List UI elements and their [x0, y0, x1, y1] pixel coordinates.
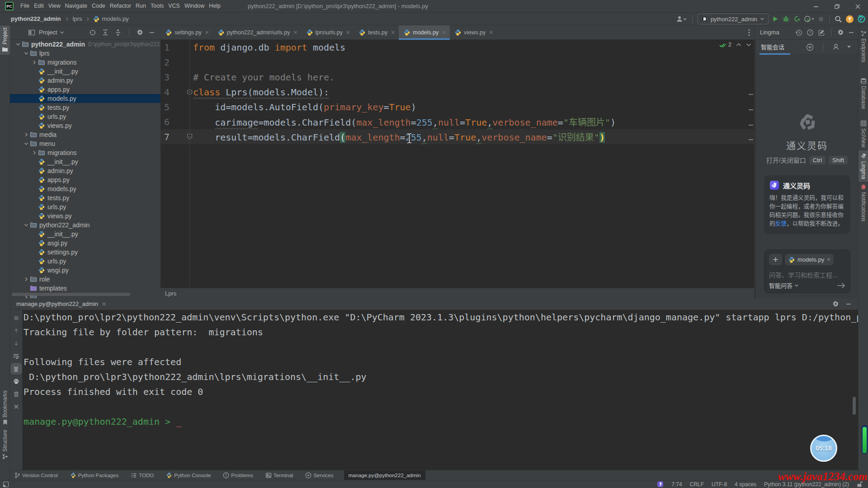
chat-input-placeholder[interactable]: 问答、学习和检索工程... [769, 270, 845, 279]
bottom-bar-terminal[interactable]: Terminal [264, 470, 295, 480]
gear-icon[interactable] [137, 29, 143, 36]
stop-button[interactable] [11, 313, 21, 323]
tree-item-urls.py[interactable]: urls.py [10, 112, 160, 121]
editor-tab-python222_admin-urls.py[interactable]: python222_admin\urls.py✕ [213, 25, 302, 40]
code-line-2[interactable]: 2 [160, 55, 754, 70]
chevron-right-icon[interactable] [31, 150, 38, 155]
menu-help[interactable]: Help [207, 0, 223, 12]
tool-stripe-database[interactable]: Database [859, 75, 868, 111]
tree-item-urls.py[interactable]: urls.py [10, 257, 160, 266]
lingma-input-box[interactable]: models.py ✕ 问答、学习和检索工程... 智能问答 [764, 249, 850, 293]
status-caret-position[interactable]: 7:74 [671, 481, 682, 488]
editor-tab-models.py[interactable]: models.py✕ [399, 25, 450, 40]
dropdown-arrow-icon[interactable] [847, 45, 851, 49]
chevron-right-icon[interactable] [23, 132, 30, 137]
chevron-right-icon[interactable] [23, 277, 30, 282]
fold-marker-icon[interactable] [170, 84, 189, 99]
tree-item-views.py[interactable]: views.py [10, 211, 160, 221]
close-tab-icon[interactable]: ✕ [489, 29, 493, 36]
status-line-separator[interactable]: CRLF [690, 481, 704, 488]
tree-item-settings.py[interactable]: settings.py [10, 248, 160, 257]
collapse-all-button[interactable] [114, 29, 122, 36]
menu-edit[interactable]: Edit [32, 0, 46, 12]
down-stack-trace-button[interactable] [11, 338, 21, 348]
add-chat-icon[interactable] [806, 43, 814, 51]
editor-tab-views.py[interactable]: views.py✕ [450, 25, 497, 40]
hide-panel-button[interactable] [848, 29, 854, 36]
error-stripe-mark[interactable] [749, 139, 753, 140]
tree-item-models.py[interactable]: models.py [10, 94, 160, 103]
help-icon[interactable]: ? [807, 29, 814, 36]
update-plugin-icon[interactable] [845, 15, 854, 23]
chevron-down-icon[interactable] [23, 141, 30, 146]
next-problem-icon[interactable] [746, 43, 751, 47]
restore-button[interactable] [826, 0, 847, 13]
code-editor[interactable]: 1from django.db import models23# Create … [160, 40, 754, 288]
close-console-button[interactable] [11, 402, 21, 412]
chevron-right-icon[interactable] [31, 60, 38, 65]
coverage-button[interactable] [793, 15, 801, 23]
code-line-7[interactable]: 7 result=models.CharField(max_length=255… [160, 129, 754, 144]
tool-stripe-structure[interactable]: Structure [0, 427, 10, 462]
locate-file-button[interactable] [89, 29, 96, 36]
code-line-4[interactable]: 4class Lprs(models.Model): [160, 84, 754, 99]
project-tree-horizontal-scrollbar[interactable] [12, 293, 130, 296]
ide-plugin-logo-icon[interactable] [857, 15, 865, 23]
new-chat-icon[interactable] [818, 29, 825, 36]
inspection-widget[interactable]: 2 [719, 41, 751, 48]
chat-mode-select[interactable]: 智能问答 [769, 281, 799, 290]
send-button[interactable] [837, 282, 845, 289]
minimize-button[interactable] [806, 0, 826, 13]
tree-item-models.py[interactable]: models.py [10, 184, 160, 193]
menu-view[interactable]: View [46, 0, 63, 12]
status-indent-style[interactable]: 4 spaces [735, 481, 756, 488]
tree-item-__init__.py[interactable]: __init__.py [10, 157, 160, 166]
stop-button[interactable] [818, 16, 824, 22]
tree-item-migrations[interactable]: migrations [10, 58, 160, 67]
close-tab-icon[interactable]: ✕ [293, 29, 298, 36]
code-line-5[interactable]: 5 id=models.AutoField(primary_key=True) [160, 99, 754, 114]
status-file-encoding[interactable]: UTF-8 [712, 481, 727, 488]
tool-stripe-notifications[interactable]: Notifications [859, 182, 868, 224]
error-stripe-mark[interactable] [749, 125, 753, 126]
run-console[interactable]: D:\python_pro\lpr2\python222_admin\venv\… [23, 310, 858, 470]
error-stripe-mark[interactable] [749, 109, 753, 110]
clear-all-button[interactable] [11, 389, 21, 399]
close-tab-icon[interactable]: ✕ [442, 29, 446, 36]
tool-stripe-bookmarks[interactable]: Bookmarks [0, 388, 10, 427]
tree-item-asgi.py[interactable]: asgi.py [10, 239, 160, 248]
menu-vcs[interactable]: VCS [166, 0, 182, 12]
print-button[interactable] [11, 376, 21, 386]
bottom-bar-problems[interactable]: Problems [221, 470, 255, 480]
run-button[interactable] [772, 15, 779, 23]
chevron-down-icon[interactable] [23, 51, 30, 56]
menu-navigate[interactable]: Navigate [63, 0, 90, 12]
lingma-status-icon[interactable] [657, 481, 664, 488]
line-number[interactable]: 5 [160, 102, 170, 113]
debug-button[interactable] [782, 15, 790, 23]
run-tab[interactable]: manage.py@python222_admin ✕ [14, 298, 109, 310]
menu-tools[interactable]: Tools [148, 0, 166, 12]
chevron-down-icon[interactable] [14, 42, 22, 47]
profiler-button[interactable] [804, 15, 815, 23]
code-line-1[interactable]: 1from django.db import models [160, 40, 754, 55]
close-button[interactable] [847, 0, 868, 13]
tree-item-admin.py[interactable]: admin.py [10, 76, 160, 85]
chevron-down-icon[interactable] [23, 222, 30, 228]
prev-problem-icon[interactable] [736, 43, 741, 47]
close-tab-icon[interactable]: ✕ [346, 29, 350, 36]
search-everywhere-button[interactable] [835, 15, 842, 23]
history-icon[interactable] [795, 29, 802, 36]
tree-item-media[interactable]: media [10, 130, 160, 139]
tool-stripe-lingma[interactable]: Lingma [859, 150, 868, 181]
vcs-user-icon[interactable] [675, 15, 687, 23]
tree-item-templates[interactable]: templates [10, 284, 160, 293]
expand-all-button[interactable] [102, 29, 109, 36]
bottom-bar-manage.py@python222_admin[interactable]: manage.py@python222_admin [344, 470, 425, 480]
toolwindow-toggle-icon[interactable] [3, 481, 9, 488]
tool-stripe-endpoints[interactable]: Endpoints [859, 28, 868, 65]
tree-item-python222_admin[interactable]: python222_adminD:\python_pro\lpr3\python… [10, 40, 160, 49]
close-tab-icon[interactable]: ✕ [391, 29, 395, 36]
hide-panel-button[interactable] [845, 301, 852, 307]
tree-item-tests.py[interactable]: tests.py [10, 193, 160, 202]
